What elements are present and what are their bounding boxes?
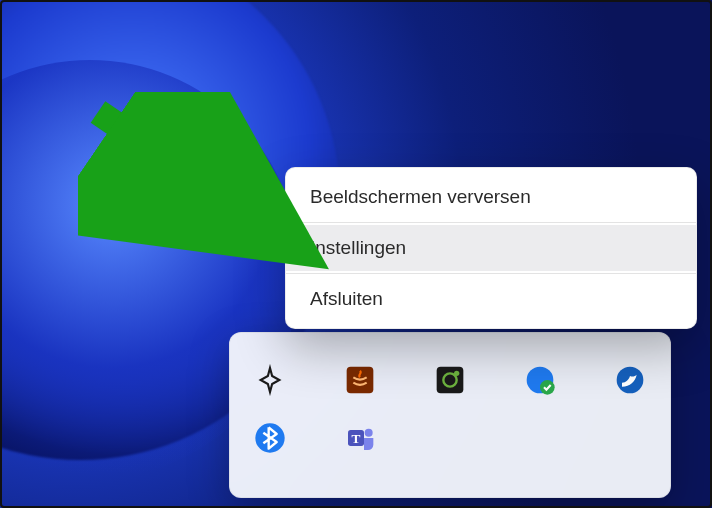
svg-text:T: T (352, 431, 361, 446)
menu-separator (286, 222, 696, 223)
dev-tools-icon[interactable] (432, 362, 468, 398)
menu-item-label: Afsluiten (310, 288, 383, 309)
menu-separator (286, 273, 696, 274)
teams-icon[interactable]: T (342, 420, 378, 456)
menu-item-label: Instellingen (310, 237, 406, 258)
svg-point-3 (454, 371, 459, 376)
tray-row-2: T (252, 409, 648, 467)
system-tray-flyout: T (229, 332, 671, 498)
bluetooth-icon[interactable] (252, 420, 288, 456)
menu-item-label: Beeldschermen verversen (310, 186, 531, 207)
java-icon[interactable] (342, 362, 378, 398)
tray-row-1 (252, 351, 648, 409)
sparkle-icon[interactable] (252, 362, 288, 398)
svg-rect-1 (437, 367, 464, 394)
menu-item-exit[interactable]: Afsluiten (286, 276, 696, 322)
svg-point-10 (365, 429, 373, 437)
bird-icon[interactable] (612, 362, 648, 398)
tray-context-menu: Beeldschermen verversen Instellingen Afs… (285, 167, 697, 329)
shield-check-icon[interactable] (522, 362, 558, 398)
menu-item-settings[interactable]: Instellingen (286, 225, 696, 271)
menu-item-refresh-displays[interactable]: Beeldschermen verversen (286, 174, 696, 220)
